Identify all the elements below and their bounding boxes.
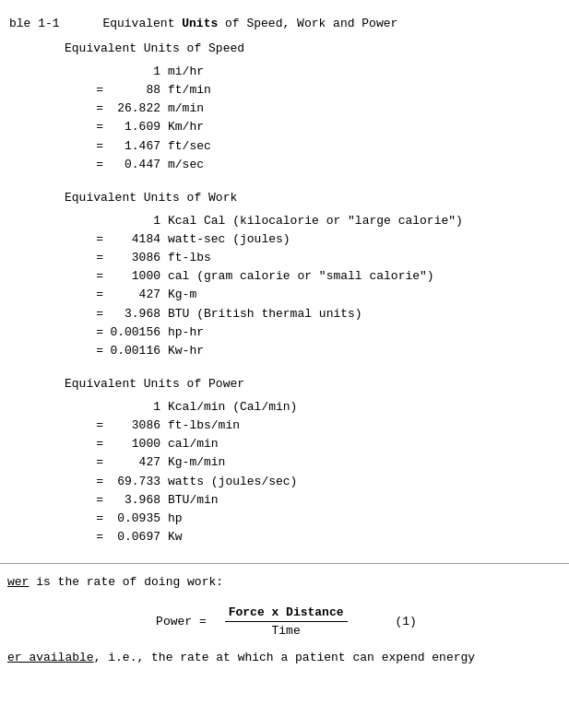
power-section: Equivalent Units of Power 1 Kcal/min (Ca… xyxy=(0,377,569,546)
table-row: = 1.609 Km/hr xyxy=(83,118,569,136)
table-row: = 427 Kg-m xyxy=(83,286,569,304)
table-title: ble 1-1 Equivalent Units of Speed, Equiv… xyxy=(0,9,569,41)
speed-section: Equivalent Units of Speed 1 mi/hr = 88 f… xyxy=(0,41,569,174)
table-row: = 4184 watt-sec (joules) xyxy=(83,230,569,249)
table-row: = 69.733 watts (joules/sec) xyxy=(83,473,569,491)
table-row: = 3086 ft-lbs xyxy=(83,249,569,267)
speed-table: 1 mi/hr = 88 ft/min = 26.822 m/min = 1.6… xyxy=(65,63,569,174)
work-heading: Equivalent Units of Work xyxy=(65,191,569,205)
footer-rest: , i.e., the rate at which a patient can … xyxy=(94,651,475,664)
table-row: = 0.00116 Kw-hr xyxy=(83,342,569,360)
formula-numerator: Force x Distance xyxy=(225,605,348,622)
formula-fraction: Force x Distance Time xyxy=(225,605,348,638)
speed-heading: Equivalent Units of Speed xyxy=(65,41,569,55)
power-heading: Equivalent Units of Power xyxy=(65,377,569,391)
bottom-section: wer is the rate of doing work: Power = F… xyxy=(0,563,569,664)
table-row: = 88 ft/min xyxy=(83,81,569,100)
table-row: = 1000 cal (gram calorie or "small calor… xyxy=(83,267,569,286)
footer-underline: er available xyxy=(7,651,94,664)
table-row: = 0.00156 hp-hr xyxy=(83,323,569,342)
footer-text: er available, i.e., the rate at which a … xyxy=(4,641,569,664)
table-row: = 0.0935 hp xyxy=(83,510,569,528)
formula-denominator: Time xyxy=(267,622,303,638)
table-row: = 0.0697 Kw xyxy=(83,528,569,546)
table-row: 1 Kcal/min (Cal/min) xyxy=(83,398,569,417)
work-table: 1 Kcal Cal (kilocalorie or "large calori… xyxy=(65,212,569,360)
title-bold: Units xyxy=(182,17,218,30)
table-row: 1 Kcal Cal (kilocalorie or "large calori… xyxy=(83,212,569,230)
table-row: = 3.968 BTU/min xyxy=(83,491,569,510)
power-definition-text: wer is the rate of doing work: xyxy=(4,575,569,589)
table-row: = 3.968 BTU (British thermal units) xyxy=(83,305,569,323)
equation-number: (1) xyxy=(396,615,417,628)
table-row: = 0.447 m/sec xyxy=(83,156,569,174)
power-word-underline: wer xyxy=(7,575,29,589)
power-table: 1 Kcal/min (Cal/min) = 3086 ft-lbs/min =… xyxy=(65,398,569,546)
table-row: = 1.467 ft/sec xyxy=(83,137,569,156)
page: ble 1-1 Equivalent Units of Speed, Equiv… xyxy=(0,9,569,664)
work-section: Equivalent Units of Work 1 Kcal Cal (kil… xyxy=(0,191,569,360)
table-row: = 3086 ft-lbs/min xyxy=(83,417,569,435)
table-row: = 427 Kg-m/min xyxy=(83,453,569,472)
formula-label: Power = xyxy=(156,615,207,628)
title-prefix: ble 1-1 xyxy=(9,17,60,30)
formula-area: Power = Force x Distance Time (1) xyxy=(4,602,569,641)
table-row: 1 mi/hr xyxy=(83,63,569,81)
table-row: = 26.822 m/min xyxy=(83,100,569,118)
table-row: = 1000 cal/min xyxy=(83,435,569,453)
power-definition-rest: is the rate of doing work: xyxy=(29,575,223,589)
